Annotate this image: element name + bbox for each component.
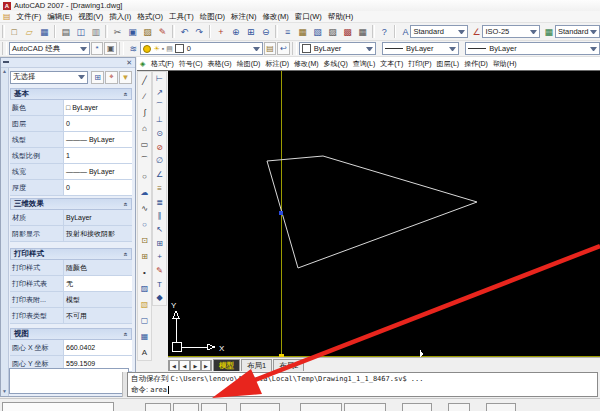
- scroll-up-icon[interactable]: ▲: [2, 68, 7, 74]
- status-toggle-button[interactable]: [240, 403, 280, 411]
- menu-item[interactable]: 标注(D): [263, 59, 292, 69]
- menu-item[interactable]: 绘图(D): [197, 12, 228, 22]
- menu-item[interactable]: 格式(O): [134, 12, 166, 22]
- next-tab-button[interactable]: ▶: [190, 360, 201, 371]
- line-tool-button[interactable]: ╱: [138, 72, 151, 88]
- title-bar[interactable]: A AutoCAD 2007 - [Drawing1.dwg]: [0, 0, 600, 11]
- coordinate-display[interactable]: [2, 402, 114, 411]
- menu-item[interactable]: 表格(G): [205, 59, 234, 69]
- menu-item[interactable]: 标注(N): [228, 12, 259, 22]
- palette-header[interactable]: ✕: [1, 58, 135, 68]
- toolbar-grip[interactable]: [275, 25, 278, 38]
- lock-toolbars-button[interactable]: ▣: [104, 42, 117, 55]
- menu-item[interactable]: 帮助(H): [490, 59, 519, 69]
- quickcalc-button[interactable]: ▦: [355, 24, 370, 39]
- linear-dim-button[interactable]: ⊢: [153, 72, 166, 86]
- palette-minimize-icon[interactable]: [3, 61, 9, 63]
- diameter-dim-button[interactable]: ∅: [153, 154, 166, 168]
- workspace-combo[interactable]: AutoCAD 经典: [9, 42, 90, 55]
- properties-button[interactable]: ≡: [280, 24, 295, 39]
- arc-tool-button[interactable]: ⌒: [138, 152, 151, 168]
- menu-item[interactable]: 符号(C): [176, 59, 205, 69]
- toolbar-grip[interactable]: [119, 42, 124, 55]
- section-header[interactable]: 打印样式 «: [10, 248, 132, 260]
- status-toggle-button[interactable]: [486, 403, 516, 411]
- construction-line-tool-button[interactable]: ∕: [138, 88, 151, 104]
- lineweight-combo[interactable]: ByLayer: [465, 42, 600, 55]
- last-tab-button[interactable]: ▶: [201, 360, 212, 371]
- toolbar-grip[interactable]: [172, 25, 175, 38]
- rectangle-tool-button[interactable]: ▭: [138, 136, 151, 152]
- zoom-previous-button[interactable]: ⊖: [258, 24, 273, 39]
- undo-button[interactable]: ↶: [177, 24, 192, 39]
- quick-dim-button[interactable]: ≡: [153, 182, 166, 196]
- plot-button[interactable]: ▤: [58, 24, 73, 39]
- center-mark-button[interactable]: +: [153, 250, 166, 264]
- zoom-realtime-button[interactable]: ⊕: [228, 24, 243, 39]
- table-tool-button[interactable]: ▦: [138, 328, 151, 344]
- menu-item[interactable]: 打印(P): [406, 59, 434, 69]
- drawing-canvas[interactable]: Y X: [168, 71, 600, 357]
- dim-style-combo[interactable]: ISO-25: [482, 25, 540, 38]
- menu-item[interactable]: 修改(M): [260, 12, 292, 22]
- status-toggle-button[interactable]: [344, 403, 386, 411]
- table-style-combo[interactable]: Standard: [555, 25, 600, 38]
- toolbar-grip[interactable]: [54, 25, 57, 38]
- tab-model[interactable]: 模型: [213, 359, 240, 371]
- pickadd-toggle-button[interactable]: ⊞: [91, 71, 104, 84]
- help-button[interactable]: ?: [377, 24, 392, 39]
- workspace-settings-button[interactable]: *: [91, 42, 104, 55]
- status-toggle-button[interactable]: [402, 403, 432, 411]
- palette-scroll-strip[interactable]: ▲ ▼: [1, 68, 9, 396]
- open-file-button[interactable]: ▱: [22, 24, 37, 39]
- region-tool-button[interactable]: ▢: [138, 312, 151, 328]
- continue-dim-button[interactable]: ∥: [153, 209, 166, 223]
- toolbar-grip[interactable]: [105, 25, 108, 38]
- plot-preview-button[interactable]: ◫: [73, 24, 88, 39]
- menu-item[interactable]: 查询(L): [350, 59, 378, 69]
- dim-edit-button[interactable]: ✎: [153, 264, 166, 278]
- publish-button[interactable]: ▥: [88, 24, 103, 39]
- prev-tab-button[interactable]: ◀: [179, 360, 190, 371]
- mtext-tool-button[interactable]: A: [138, 344, 151, 360]
- dim-style-button[interactable]: ◆: [153, 291, 166, 305]
- insert-block-button[interactable]: ⊡: [138, 232, 151, 248]
- command-input-line[interactable]: 命令: area: [128, 384, 597, 395]
- menu-item[interactable]: 工具(T): [166, 12, 197, 22]
- dim-text-edit-button[interactable]: T: [153, 277, 166, 291]
- toolbar-grip[interactable]: [372, 25, 375, 38]
- match-properties-button[interactable]: ✎: [155, 24, 170, 39]
- color-combo[interactable]: ByLayer: [299, 42, 376, 55]
- menu-item[interactable]: 文件(F): [14, 12, 45, 22]
- radius-dim-button[interactable]: ⊙: [153, 127, 166, 141]
- point-tool-button[interactable]: •: [138, 264, 151, 280]
- menu-item[interactable]: 帮助(H): [325, 12, 356, 22]
- toolbar-grip[interactable]: [209, 25, 212, 38]
- first-tab-button[interactable]: ◀: [168, 360, 179, 371]
- status-toggle-button[interactable]: [300, 403, 342, 411]
- revcloud-tool-button[interactable]: ☁: [138, 184, 151, 200]
- baseline-dim-button[interactable]: ≣: [153, 195, 166, 209]
- cut-button[interactable]: ✂: [110, 24, 125, 39]
- node-grip-point[interactable]: [279, 211, 283, 215]
- tool-palettes-button[interactable]: ▧: [310, 24, 325, 39]
- ellipse-tool-button[interactable]: ○: [138, 216, 151, 232]
- ordinate-dim-button[interactable]: ⊥: [153, 113, 166, 127]
- design-center-button[interactable]: ▦: [295, 24, 310, 39]
- drawing-window-icon[interactable]: ▤: [3, 12, 11, 21]
- spline-tool-button[interactable]: ∿: [138, 200, 151, 216]
- arc-length-dim-button[interactable]: ⌒: [153, 99, 166, 113]
- menu-item[interactable]: 插入(I): [106, 12, 134, 22]
- copy-button[interactable]: ▣: [125, 24, 140, 39]
- tab-layout2[interactable]: 布局2: [273, 359, 304, 371]
- menu-item[interactable]: 格式(F): [148, 59, 176, 69]
- quick-leader-button[interactable]: ↖: [153, 223, 166, 237]
- zoom-window-button[interactable]: ⊞: [243, 24, 258, 39]
- status-toggle-button[interactable]: [201, 403, 227, 411]
- menu-item[interactable]: 文本(T): [378, 59, 406, 69]
- menu-item[interactable]: 编辑(E): [44, 12, 75, 22]
- circle-tool-button[interactable]: ○: [138, 168, 151, 184]
- command-window[interactable]: 自动保存到 C:\Users\lenovo\AppData\Local\Temp…: [127, 372, 598, 397]
- make-block-button[interactable]: ⊞: [138, 248, 151, 264]
- new-file-button[interactable]: □: [7, 24, 22, 39]
